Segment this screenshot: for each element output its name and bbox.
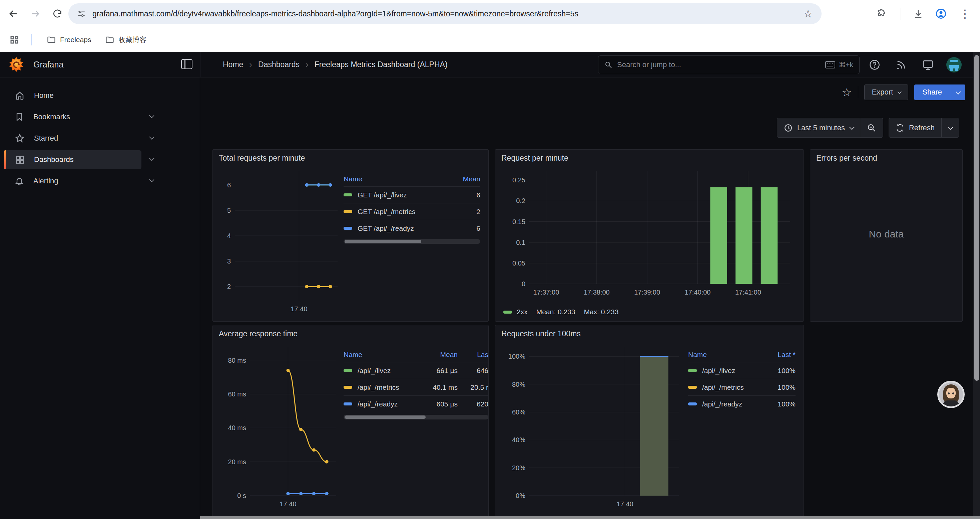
extensions-icon[interactable] xyxy=(875,7,889,21)
export-button[interactable]: Export xyxy=(864,85,908,100)
expand-chevron-icon[interactable] xyxy=(150,156,157,163)
scrollbar-thumb[interactable] xyxy=(345,415,426,419)
series-swatch-yellow xyxy=(688,386,697,389)
series-swatch-yellow xyxy=(344,386,352,389)
legend-row[interactable]: GET /api/_/readyz 6 xyxy=(344,220,480,236)
sidebar-row-home: Home xyxy=(0,86,200,105)
sidebar-item-alerting[interactable]: Alerting xyxy=(4,172,142,190)
refresh-button[interactable]: Refresh xyxy=(889,118,941,137)
legend-row[interactable]: /api/_/livez 661 µs 646 xyxy=(344,362,488,379)
share-button[interactable]: Share xyxy=(914,85,950,100)
sidebar-item-dashboards[interactable]: Dashboards xyxy=(4,150,142,169)
dashboards-grid-icon xyxy=(15,155,25,164)
page-scrollbar-thumb[interactable] xyxy=(974,55,979,381)
browser-chrome: ☆ ⋮ xyxy=(0,0,980,52)
legend-header-name[interactable]: Name xyxy=(688,351,752,359)
share-menu-button[interactable] xyxy=(950,85,965,100)
breadcrumb-home[interactable]: Home xyxy=(223,60,243,69)
legend-inline[interactable]: 2xx Mean: 0.233 Max: 0.233 xyxy=(503,308,619,316)
svg-text:0.25: 0.25 xyxy=(512,176,525,184)
monitor-icon[interactable] xyxy=(921,58,935,72)
sidebar-item-starred[interactable]: Starred xyxy=(4,129,142,148)
bar-chart[interactable]: 0.250.20.150.10.05017:37:0017:38:0017:39… xyxy=(500,168,798,299)
legend-row[interactable]: GET /api/_/livez 6 xyxy=(344,186,480,203)
search-box[interactable]: ⌘+k xyxy=(598,56,859,74)
expand-chevron-icon[interactable] xyxy=(150,177,157,185)
brand-name: Grafana xyxy=(33,60,64,69)
back-icon[interactable] xyxy=(6,6,21,21)
panel-title[interactable]: Requests under 100ms xyxy=(501,329,581,338)
floating-assistant-avatar[interactable] xyxy=(937,381,965,408)
expand-chevron-icon[interactable] xyxy=(150,134,157,142)
panel-title[interactable]: Average response time xyxy=(219,329,298,338)
legend-scrollbar[interactable] xyxy=(344,239,480,244)
browser-menu-icon[interactable]: ⋮ xyxy=(958,7,972,21)
zoom-out-button[interactable] xyxy=(860,118,883,137)
legend-scrollbar[interactable] xyxy=(344,415,488,420)
apps-grid-icon[interactable] xyxy=(7,35,21,45)
sidebar-nav: Home Bookmarks Starred xyxy=(0,77,200,519)
favorite-star-icon[interactable]: ☆ xyxy=(842,86,851,98)
grafana-logo-icon[interactable] xyxy=(8,56,25,75)
legend-row[interactable]: /api/_/readyz 100% xyxy=(688,395,795,412)
panel-title[interactable]: Request per minute xyxy=(501,153,568,163)
svg-text:0.2: 0.2 xyxy=(516,197,525,204)
horizontal-scrollbar[interactable] xyxy=(200,516,980,519)
panel-average-response-time[interactable]: Average response time 80 ms60 ms40 ms20 … xyxy=(213,325,488,519)
panel-errors-per-second[interactable]: Errors per second No data xyxy=(810,149,963,322)
legend-row[interactable]: /api/_/metrics 100% xyxy=(688,379,795,395)
profile-icon[interactable] xyxy=(934,7,948,21)
panel-title[interactable]: Total requests per minute xyxy=(219,153,305,163)
sidebar-row-dashboards: Dashboards xyxy=(0,150,200,169)
reload-icon[interactable] xyxy=(50,6,65,21)
grafana-header: Grafana Home › Dashboards › Freeleaps Me… xyxy=(0,52,980,77)
breadcrumb-dashboards[interactable]: Dashboards xyxy=(258,60,299,69)
svg-text:20%: 20% xyxy=(512,464,525,471)
series-swatch-green xyxy=(344,193,352,196)
time-range-picker[interactable]: Last 5 minutes xyxy=(777,118,860,137)
user-avatar[interactable] xyxy=(946,57,962,72)
panel-request-per-minute[interactable]: Request per minute 0.250.20.150.10.05017… xyxy=(495,149,804,322)
svg-text:100%: 100% xyxy=(508,353,525,360)
forward-icon[interactable] xyxy=(28,6,43,21)
svg-text:60 ms: 60 ms xyxy=(228,390,246,398)
legend-row[interactable]: /api/_/metrics 40.1 ms 20.5 r xyxy=(344,379,488,395)
area-chart[interactable]: 100%80%60%40%20%0%17:40 xyxy=(500,344,684,511)
svg-text:17:38:00: 17:38:00 xyxy=(584,289,610,296)
expand-chevron-icon[interactable] xyxy=(150,113,157,121)
legend-row[interactable]: GET /api/_/metrics 2 xyxy=(344,203,480,220)
panel-total-requests[interactable]: Total requests per minute 6543217:40 Nam… xyxy=(213,149,488,322)
screen: ☆ ⋮ xyxy=(0,0,980,519)
timeseries-chart[interactable]: 80 ms60 ms40 ms20 ms0 s17:40 xyxy=(218,344,341,511)
panel-title[interactable]: Errors per second xyxy=(816,153,877,163)
chevron-down-icon xyxy=(897,89,902,94)
bookmark-folder-freeleaps[interactable]: Freeleaps xyxy=(42,32,96,47)
sidebar-item-home[interactable]: Home xyxy=(4,86,142,105)
address-bar[interactable]: ☆ xyxy=(68,3,822,24)
legend-header-last[interactable]: Last * xyxy=(752,351,795,359)
legend-row[interactable]: /api/_/readyz 605 µs 620 xyxy=(344,395,488,412)
bookmark-label: Freeleaps xyxy=(60,36,91,44)
sidebar-item-label: Starred xyxy=(34,134,58,143)
legend-header-mean[interactable]: Mean xyxy=(437,175,480,183)
legend-header-name[interactable]: Name xyxy=(344,175,437,183)
legend-header-last[interactable]: Las xyxy=(458,351,488,359)
sidebar-item-bookmarks[interactable]: Bookmarks xyxy=(4,107,142,126)
share-button-group: Share xyxy=(914,85,965,100)
download-icon[interactable] xyxy=(911,7,925,21)
news-rss-icon[interactable] xyxy=(894,58,908,72)
url-input[interactable] xyxy=(92,10,797,18)
help-icon[interactable] xyxy=(868,58,881,72)
bookmark-folder-blogs[interactable]: 收藏博客 xyxy=(100,32,151,47)
legend-header-name[interactable]: Name xyxy=(344,351,414,359)
sidebar-toggle-icon[interactable] xyxy=(181,59,192,69)
panel-requests-under-100ms[interactable]: Requests under 100ms 100%80%60%40%20%0%1… xyxy=(495,325,804,519)
legend-header-mean[interactable]: Mean xyxy=(414,351,458,359)
bookmark-star-icon[interactable]: ☆ xyxy=(803,7,813,20)
search-input[interactable] xyxy=(617,61,821,69)
legend-row[interactable]: /api/_/livez 100% xyxy=(688,362,795,379)
timeseries-chart[interactable]: 6543217:40 xyxy=(218,168,341,315)
refresh-interval-button[interactable] xyxy=(942,118,959,137)
site-settings-icon[interactable] xyxy=(77,10,86,18)
scrollbar-thumb[interactable] xyxy=(345,240,421,243)
